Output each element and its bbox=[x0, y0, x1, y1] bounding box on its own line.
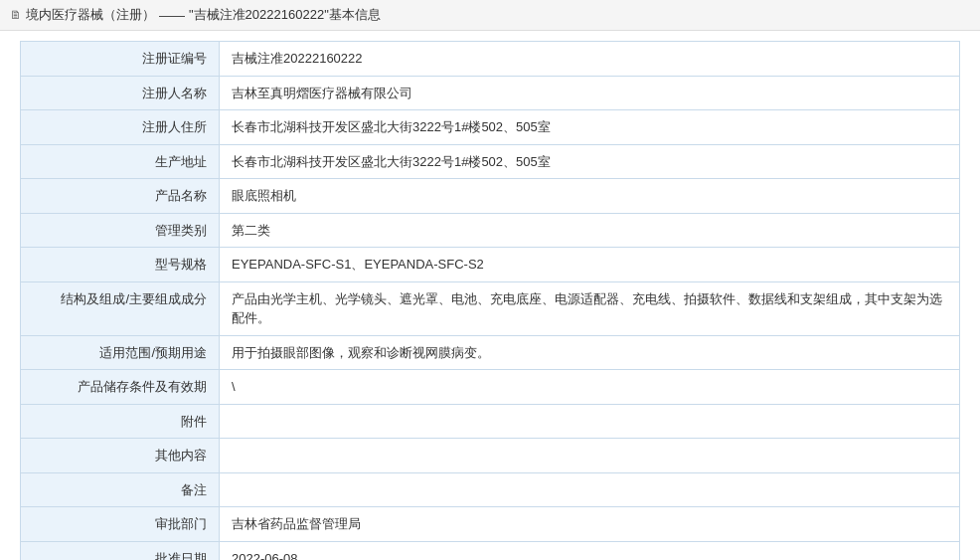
row-label-3: 生产地址 bbox=[21, 144, 220, 179]
table-row: 注册证编号吉械注准20222160222 bbox=[21, 42, 960, 77]
table-row: 注册人名称吉林至真明熠医疗器械有限公司 bbox=[21, 76, 960, 110]
table-row: 结构及组成/主要组成成分产品由光学主机、光学镜头、遮光罩、电池、充电底座、电源适… bbox=[21, 281, 960, 335]
row-value-13: 吉林省药品监督管理局 bbox=[220, 507, 960, 542]
table-row: 产品储存条件及有效期\ bbox=[21, 370, 960, 405]
row-value-3: 长春市北湖科技开发区盛北大街3222号1#楼502、505室 bbox=[220, 144, 960, 179]
row-value-9: \ bbox=[220, 370, 960, 405]
row-label-13: 审批部门 bbox=[21, 507, 220, 542]
row-value-2: 长春市北湖科技开发区盛北大街3222号1#楼502、505室 bbox=[220, 110, 960, 145]
row-label-11: 其他内容 bbox=[21, 439, 220, 473]
row-value-11 bbox=[220, 439, 960, 473]
row-label-2: 注册人住所 bbox=[21, 110, 220, 145]
breadcrumb-separator: —— bbox=[159, 8, 185, 23]
table-row: 型号规格EYEPANDA-SFC-S1、EYEPANDA-SFC-S2 bbox=[21, 248, 960, 282]
row-label-10: 附件 bbox=[21, 404, 220, 439]
row-value-7: 产品由光学主机、光学镜头、遮光罩、电池、充电底座、电源适配器、充电线、拍摄软件、… bbox=[220, 281, 960, 335]
row-value-14: 2022-06-08 bbox=[220, 541, 960, 560]
breadcrumb-part2: "吉械注准20222160222"基本信息 bbox=[189, 6, 381, 24]
row-label-14: 批准日期 bbox=[21, 541, 220, 560]
row-label-7: 结构及组成/主要组成成分 bbox=[21, 281, 220, 335]
table-row: 备注 bbox=[21, 472, 960, 507]
row-label-8: 适用范围/预期用途 bbox=[21, 335, 220, 370]
table-row: 附件 bbox=[21, 404, 960, 439]
table-row: 批准日期2022-06-08 bbox=[21, 541, 960, 560]
row-label-9: 产品储存条件及有效期 bbox=[21, 370, 220, 405]
row-value-0: 吉械注准20222160222 bbox=[220, 42, 960, 77]
page-wrapper: 🗎 境内医疗器械（注册） —— "吉械注准20222160222"基本信息 注册… bbox=[0, 0, 980, 560]
table-row: 管理类别第二类 bbox=[21, 213, 960, 248]
row-value-8: 用于拍摄眼部图像，观察和诊断视网膜病变。 bbox=[220, 335, 960, 370]
table-row: 其他内容 bbox=[21, 439, 960, 473]
row-label-1: 注册人名称 bbox=[21, 76, 220, 110]
row-label-5: 管理类别 bbox=[21, 213, 220, 248]
breadcrumb-part1: 境内医疗器械（注册） bbox=[26, 6, 155, 24]
table-row: 生产地址长春市北湖科技开发区盛北大街3222号1#楼502、505室 bbox=[21, 144, 960, 179]
row-value-5: 第二类 bbox=[220, 213, 960, 248]
row-value-6: EYEPANDA-SFC-S1、EYEPANDA-SFC-S2 bbox=[220, 248, 960, 282]
row-label-12: 备注 bbox=[21, 472, 220, 507]
table-row: 注册人住所长春市北湖科技开发区盛北大街3222号1#楼502、505室 bbox=[21, 110, 960, 145]
document-icon: 🗎 bbox=[10, 8, 22, 22]
table-row: 审批部门吉林省药品监督管理局 bbox=[21, 507, 960, 542]
row-value-12 bbox=[220, 472, 960, 507]
row-value-1: 吉林至真明熠医疗器械有限公司 bbox=[220, 76, 960, 110]
page-header: 🗎 境内医疗器械（注册） —— "吉械注准20222160222"基本信息 bbox=[0, 0, 980, 31]
row-label-0: 注册证编号 bbox=[21, 42, 220, 77]
row-label-4: 产品名称 bbox=[21, 179, 220, 214]
table-row: 产品名称眼底照相机 bbox=[21, 179, 960, 214]
row-label-6: 型号规格 bbox=[21, 248, 220, 282]
info-table: 注册证编号吉械注准20222160222注册人名称吉林至真明熠医疗器械有限公司注… bbox=[20, 41, 960, 560]
main-content: 注册证编号吉械注准20222160222注册人名称吉林至真明熠医疗器械有限公司注… bbox=[0, 31, 980, 560]
row-value-10 bbox=[220, 404, 960, 439]
table-row: 适用范围/预期用途用于拍摄眼部图像，观察和诊断视网膜病变。 bbox=[21, 335, 960, 370]
row-value-4: 眼底照相机 bbox=[220, 179, 960, 214]
